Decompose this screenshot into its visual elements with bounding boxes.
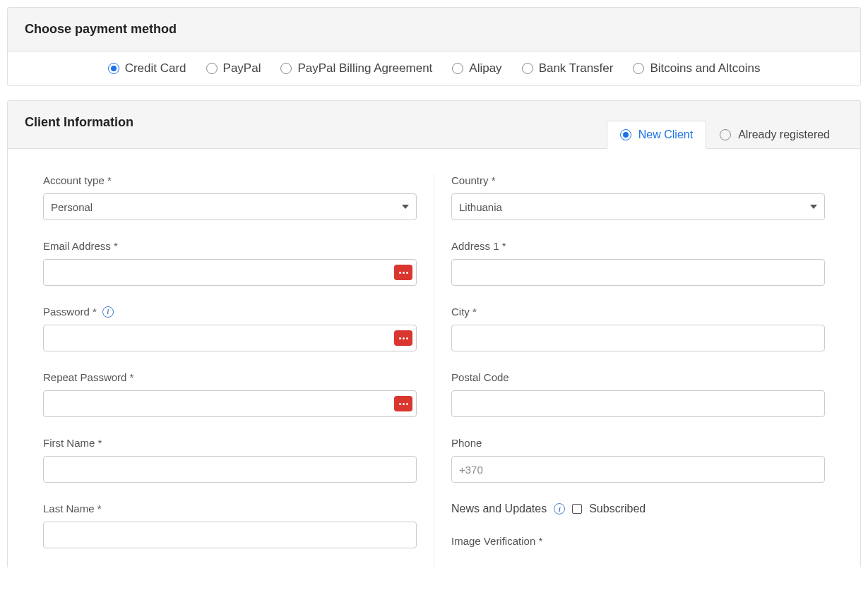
client-form-body: Account type * Personal Email Address * … bbox=[8, 148, 860, 568]
form-col-right: Country * Lithuania Address 1 * City * P… bbox=[434, 174, 825, 568]
form-col-left: Account type * Personal Email Address * … bbox=[43, 174, 434, 568]
form-columns: Account type * Personal Email Address * … bbox=[43, 174, 825, 568]
payment-option-label: PayPal bbox=[223, 61, 261, 76]
city-input[interactable] bbox=[451, 325, 825, 351]
radio-checked-icon bbox=[620, 129, 631, 140]
group-city: City * bbox=[451, 306, 825, 351]
label-city: City * bbox=[451, 306, 825, 318]
group-country: Country * Lithuania bbox=[451, 174, 825, 220]
label-postal: Postal Code bbox=[451, 371, 825, 383]
client-tabs: New Client Already registered bbox=[607, 121, 843, 149]
radio-unchecked-icon bbox=[522, 63, 533, 74]
password-manager-icon[interactable] bbox=[394, 330, 412, 346]
account-type-select[interactable]: Personal bbox=[43, 193, 417, 220]
password-input[interactable] bbox=[43, 325, 417, 351]
payment-method-title: Choose payment method bbox=[8, 8, 860, 52]
group-postal: Postal Code bbox=[451, 371, 825, 417]
payment-options-row: Credit Card PayPal PayPal Billing Agreem… bbox=[25, 61, 843, 76]
client-info-header: Client Information New Client Already re… bbox=[8, 101, 860, 148]
label-address1: Address 1 * bbox=[451, 240, 825, 252]
group-address1: Address 1 * bbox=[451, 240, 825, 286]
label-email: Email Address * bbox=[43, 240, 417, 252]
tab-already-registered[interactable]: Already registered bbox=[706, 121, 843, 149]
payment-option-bitcoins[interactable]: Bitcoins and Altcoins bbox=[633, 61, 760, 76]
payment-method-body: Credit Card PayPal PayPal Billing Agreem… bbox=[8, 52, 860, 85]
repeat-password-input[interactable] bbox=[43, 390, 417, 417]
postal-input[interactable] bbox=[451, 390, 825, 417]
label-repeat-password: Repeat Password * bbox=[43, 371, 417, 383]
tab-label: Already registered bbox=[738, 128, 830, 141]
payment-option-credit-card[interactable]: Credit Card bbox=[108, 61, 186, 76]
group-email: Email Address * bbox=[43, 240, 417, 286]
label-account-type: Account type * bbox=[43, 174, 417, 186]
radio-unchecked-icon bbox=[633, 63, 644, 74]
label-password: Password * bbox=[43, 306, 97, 318]
group-first-name: First Name * bbox=[43, 437, 417, 483]
payment-option-label: Bitcoins and Altcoins bbox=[650, 61, 760, 76]
group-last-name: Last Name * bbox=[43, 502, 417, 548]
group-phone: Phone bbox=[451, 437, 825, 483]
payment-option-alipay[interactable]: Alipay bbox=[452, 61, 501, 76]
info-icon[interactable]: i bbox=[102, 306, 114, 318]
payment-option-label: Bank Transfer bbox=[539, 61, 614, 76]
radio-unchecked-icon bbox=[720, 129, 731, 140]
group-repeat-password: Repeat Password * bbox=[43, 371, 417, 417]
password-manager-icon[interactable] bbox=[394, 396, 412, 411]
payment-option-paypal[interactable]: PayPal bbox=[206, 61, 261, 76]
phone-input[interactable] bbox=[451, 456, 825, 483]
label-image-verification: Image Verification * bbox=[451, 535, 825, 547]
password-manager-icon[interactable] bbox=[394, 265, 412, 280]
payment-option-label: PayPal Billing Agreement bbox=[297, 61, 432, 76]
label-first-name: First Name * bbox=[43, 437, 417, 449]
payment-option-label: Alipay bbox=[469, 61, 501, 76]
tab-label: New Client bbox=[638, 128, 693, 141]
group-password: Password * i bbox=[43, 306, 417, 351]
group-news: News and Updates i Subscribed bbox=[451, 502, 825, 515]
label-country: Country * bbox=[451, 174, 825, 186]
country-select[interactable]: Lithuania bbox=[451, 193, 825, 220]
payment-option-paypal-billing[interactable]: PayPal Billing Agreement bbox=[280, 61, 432, 76]
radio-unchecked-icon bbox=[206, 63, 218, 74]
payment-option-label: Credit Card bbox=[125, 61, 186, 76]
label-news: News and Updates bbox=[451, 502, 547, 515]
radio-unchecked-icon bbox=[452, 63, 463, 74]
label-phone: Phone bbox=[451, 437, 825, 449]
first-name-input[interactable] bbox=[43, 456, 417, 483]
info-icon[interactable]: i bbox=[554, 503, 565, 514]
subscribed-checkbox[interactable] bbox=[572, 504, 582, 514]
subscribed-label: Subscribed bbox=[589, 502, 646, 515]
radio-unchecked-icon bbox=[280, 63, 292, 74]
tab-new-client[interactable]: New Client bbox=[607, 121, 706, 149]
client-info-panel: Client Information New Client Already re… bbox=[7, 100, 861, 568]
email-input[interactable] bbox=[43, 259, 417, 286]
label-last-name: Last Name * bbox=[43, 502, 417, 514]
payment-method-panel: Choose payment method Credit Card PayPal… bbox=[7, 7, 861, 86]
radio-checked-icon bbox=[108, 63, 119, 74]
group-account-type: Account type * Personal bbox=[43, 174, 417, 220]
client-info-title: Client Information bbox=[25, 108, 133, 148]
last-name-input[interactable] bbox=[43, 522, 417, 548]
group-image-verification: Image Verification * bbox=[451, 535, 825, 547]
address1-input[interactable] bbox=[451, 259, 825, 286]
payment-option-bank-transfer[interactable]: Bank Transfer bbox=[522, 61, 614, 76]
